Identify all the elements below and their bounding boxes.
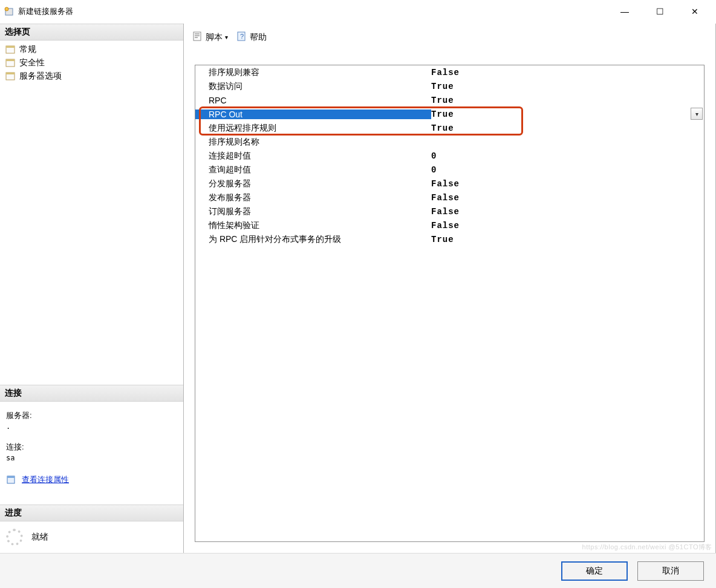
page-nav-list: 常规 安全性 服务器选项	[0, 41, 183, 85]
nav-item-security[interactable]: 安全性	[0, 56, 183, 70]
progress-header: 进度	[0, 505, 183, 521]
property-value[interactable]: True	[431, 235, 704, 244]
property-value[interactable]: False	[431, 221, 704, 230]
page-icon	[5, 71, 16, 81]
property-row[interactable]: 分发服务器False	[195, 177, 704, 191]
property-row[interactable]: 排序规则兼容False	[195, 65, 704, 79]
property-row[interactable]: 使用远程排序规则True	[195, 121, 704, 135]
property-row[interactable]: 惰性架构验证False	[195, 218, 704, 232]
close-button[interactable]: ✕	[677, 2, 712, 21]
maximize-button[interactable]: ☐	[642, 2, 677, 21]
property-value[interactable]: True	[431, 96, 704, 105]
page-icon	[5, 58, 16, 68]
script-button[interactable]: 脚本 ▾	[190, 30, 230, 45]
select-page-header: 选择页	[0, 24, 183, 41]
property-key: 为 RPC 启用针对分布式事务的升级	[195, 234, 431, 245]
dropdown-button[interactable]: ▾	[691, 108, 703, 120]
window-title: 新建链接服务器	[18, 6, 73, 17]
help-label: 帮助	[250, 32, 267, 43]
property-row[interactable]: 数据访问True	[195, 79, 704, 93]
toolbar: 脚本 ▾ ? 帮助	[184, 27, 715, 48]
titlebar: 新建链接服务器 — ☐ ✕	[0, 0, 716, 23]
watermark: https://blog.csdn.net/weixi @51CTO博客	[582, 543, 712, 552]
svg-text:?: ?	[240, 33, 244, 40]
left-pane: 选择页 常规 安全性 服务器选项 连接	[0, 24, 183, 553]
property-row[interactable]: RPCTrue	[195, 93, 704, 107]
nav-item-server-options[interactable]: 服务器选项	[0, 70, 183, 83]
page-icon	[5, 45, 16, 54]
property-row[interactable]: RPC OutTrue	[195, 107, 704, 121]
property-value[interactable]: False	[431, 207, 704, 217]
property-key: 查询超时值	[195, 165, 431, 175]
property-row[interactable]: 排序规则名称	[195, 135, 704, 149]
property-value[interactable]: False	[431, 179, 704, 189]
property-value[interactable]: False	[431, 193, 704, 203]
server-label: 服务器:	[6, 410, 177, 421]
server-value: .	[6, 422, 177, 431]
connection-body: 服务器: . 连接: sa 查看连接属性	[0, 402, 183, 490]
app-icon	[4, 6, 15, 17]
property-key: 连接超时值	[195, 151, 431, 162]
property-value[interactable]: 0	[431, 165, 704, 175]
property-row[interactable]: 为 RPC 启用针对分布式事务的升级True	[195, 232, 704, 246]
minimize-button[interactable]: —	[607, 2, 642, 21]
property-row[interactable]: 连接超时值0	[195, 149, 704, 163]
property-key: RPC	[195, 96, 431, 105]
conn-value: sa	[6, 454, 177, 462]
conn-label: 连接:	[6, 442, 177, 452]
help-button[interactable]: ? 帮助	[234, 30, 269, 45]
svg-rect-7	[6, 73, 15, 74]
property-value[interactable]: True	[431, 109, 704, 119]
nav-label: 常规	[19, 44, 36, 55]
connection-header: 连接	[0, 385, 183, 402]
help-icon: ?	[236, 31, 247, 44]
property-key: 惰性架构验证	[195, 220, 431, 231]
property-value[interactable]: True	[431, 82, 704, 91]
dialog-footer: 确定 取消	[0, 553, 716, 588]
script-icon	[192, 31, 203, 44]
properties-icon	[6, 475, 17, 485]
property-value[interactable]: True	[431, 123, 704, 133]
property-key: 发布服务器	[195, 192, 431, 203]
view-props-row[interactable]: 查看连接属性	[6, 474, 177, 485]
ok-button[interactable]: 确定	[561, 561, 628, 581]
property-key: 排序规则名称	[195, 137, 431, 148]
right-pane: 脚本 ▾ ? 帮助 排序规则兼容False数据访问TrueRPCTrueRPC …	[183, 24, 716, 553]
svg-rect-3	[6, 46, 15, 48]
svg-rect-10	[194, 32, 201, 41]
property-grid[interactable]: 排序规则兼容False数据访问TrueRPCTrueRPC OutTrue使用远…	[195, 65, 705, 542]
nav-label: 服务器选项	[19, 71, 62, 82]
svg-rect-5	[6, 59, 15, 61]
progress-body: 就绪	[0, 521, 183, 553]
property-key: RPC Out	[195, 109, 431, 119]
nav-label: 安全性	[19, 57, 45, 68]
property-key: 使用远程排序规则	[195, 123, 431, 134]
property-key: 订阅服务器	[195, 206, 431, 217]
property-key: 数据访问	[195, 81, 431, 92]
nav-item-general[interactable]: 常规	[0, 43, 183, 56]
property-key: 分发服务器	[195, 178, 431, 189]
chevron-down-icon: ▾	[225, 34, 228, 41]
window-controls: — ☐ ✕	[607, 2, 712, 21]
view-props-link[interactable]: 查看连接属性	[22, 474, 69, 485]
property-row[interactable]: 订阅服务器False	[195, 204, 704, 218]
script-label: 脚本	[206, 32, 223, 43]
property-value[interactable]: 0	[431, 151, 704, 161]
svg-point-1	[5, 7, 8, 11]
cancel-button[interactable]: 取消	[637, 561, 704, 581]
property-value[interactable]: False	[431, 68, 704, 77]
content: 选择页 常规 安全性 服务器选项 连接	[0, 23, 716, 553]
svg-rect-9	[7, 476, 15, 478]
property-key: 排序规则兼容	[195, 67, 431, 78]
property-row[interactable]: 发布服务器False	[195, 191, 704, 204]
progress-status: 就绪	[31, 532, 48, 543]
property-row[interactable]: 查询超时值0	[195, 163, 704, 177]
spinner-icon	[6, 529, 23, 546]
